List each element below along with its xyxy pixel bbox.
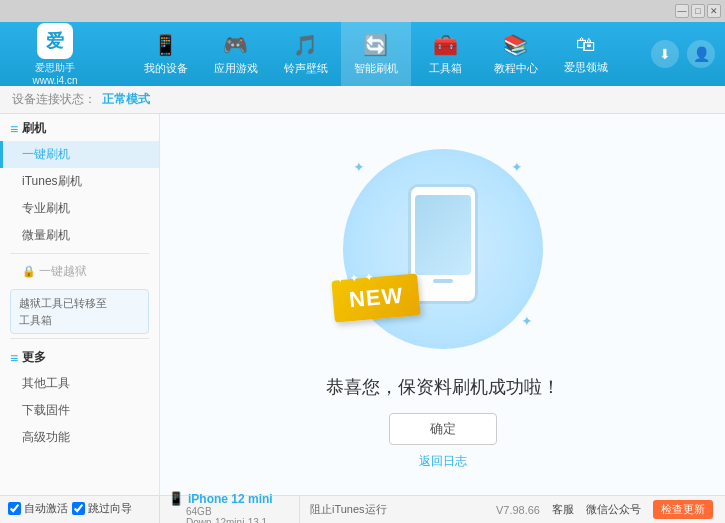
phone-home-btn bbox=[433, 279, 453, 283]
status-value: 正常模式 bbox=[102, 91, 150, 108]
shop-icon: 🛍 bbox=[576, 33, 596, 56]
sidebar-item-advanced[interactable]: 高级功能 bbox=[0, 424, 159, 451]
nav-my-device-label: 我的设备 bbox=[144, 61, 188, 76]
sidebar-info-box: 越狱工具已转移至工具箱 bbox=[10, 289, 149, 334]
bottom-bar: 自动激活 跳过向导 📱 iPhone 12 mini 64GB Down-12m… bbox=[0, 495, 725, 523]
auto-connect-checkbox-item[interactable]: 自动激活 bbox=[8, 501, 68, 516]
success-message: 恭喜您，保资料刷机成功啦！ bbox=[326, 375, 560, 399]
save-flash-label: 微量刷机 bbox=[22, 228, 70, 242]
nav-shop[interactable]: 🛍 爱思领城 bbox=[551, 22, 621, 86]
confirm-button[interactable]: 确定 bbox=[389, 413, 497, 445]
version-text: V7.98.66 bbox=[496, 504, 540, 516]
logo-line2: www.i4.cn bbox=[32, 75, 77, 86]
bottom-right-section: V7.98.66 客服 微信公众号 检查更新 bbox=[484, 500, 725, 519]
section-flash-icon: ≡ bbox=[10, 121, 18, 137]
nav-smart-flash-label: 智能刷机 bbox=[354, 61, 398, 76]
sparkle-tr: ✦ bbox=[511, 159, 523, 175]
customer-service-link[interactable]: 客服 bbox=[552, 502, 574, 517]
title-bar: — □ ✕ bbox=[0, 0, 725, 22]
close-btn[interactable]: ✕ bbox=[707, 4, 721, 18]
nav-tutorials[interactable]: 📚 教程中心 bbox=[481, 22, 551, 86]
new-badge: ✦ ✦ ✦ NEW bbox=[331, 273, 421, 322]
nav-tutorials-label: 教程中心 bbox=[494, 61, 538, 76]
bottom-device-section: 自动激活 跳过向导 bbox=[0, 496, 160, 523]
logo: 爱 爱思助手 www.i4.cn bbox=[10, 23, 100, 86]
auto-connect-label: 自动激活 bbox=[24, 501, 68, 516]
my-device-icon: 📱 bbox=[153, 33, 178, 57]
nav-smart-flash[interactable]: 🔄 智能刷机 bbox=[341, 22, 411, 86]
section-flash-label: 刷机 bbox=[22, 120, 46, 137]
smart-flash-icon: 🔄 bbox=[363, 33, 388, 57]
itunes-flash-label: iTunes刷机 bbox=[22, 174, 82, 188]
sidebar-item-other-tools[interactable]: 其他工具 bbox=[0, 370, 159, 397]
ringtones-icon: 🎵 bbox=[293, 33, 318, 57]
sidebar-section-more: ≡ 更多 bbox=[0, 343, 159, 370]
status-bar: 设备连接状态： 正常模式 bbox=[0, 86, 725, 114]
user-btn[interactable]: 👤 bbox=[687, 40, 715, 68]
other-tools-label: 其他工具 bbox=[22, 376, 70, 390]
toolbox-icon: 🧰 bbox=[433, 33, 458, 57]
header-actions: ⬇ 👤 bbox=[651, 40, 715, 68]
nav-toolbox-label: 工具箱 bbox=[429, 61, 462, 76]
content-area: ✦ ✦ ✦ ✦ ✦ ✦ NEW 恭喜您，保资料刷机成功啦！ 确定 返回日志 bbox=[160, 114, 725, 495]
sidebar-item-download-firmware[interactable]: 下载固件 bbox=[0, 397, 159, 424]
info-box-text: 越狱工具已转移至工具箱 bbox=[19, 297, 107, 326]
success-illustration: ✦ ✦ ✦ ✦ ✦ ✦ NEW bbox=[333, 139, 553, 359]
nav-toolbox[interactable]: 🧰 工具箱 bbox=[411, 22, 481, 86]
nav-ringtones[interactable]: 🎵 铃声壁纸 bbox=[271, 22, 341, 86]
advanced-label: 高级功能 bbox=[22, 430, 70, 444]
logo-line1: 爱思助手 bbox=[35, 61, 75, 75]
new-stars: ✦ ✦ ✦ bbox=[334, 271, 374, 285]
sparkle-br: ✦ bbox=[521, 313, 533, 329]
nav-apps-games[interactable]: 🎮 应用游戏 bbox=[201, 22, 271, 86]
download-btn[interactable]: ⬇ bbox=[651, 40, 679, 68]
sidebar-divider-2 bbox=[10, 338, 149, 339]
device-version: Down-12mini-13,1 bbox=[168, 517, 291, 523]
apps-games-icon: 🎮 bbox=[223, 33, 248, 57]
section-more-icon: ≡ bbox=[10, 350, 18, 366]
device-phone-icon: 📱 bbox=[168, 491, 184, 506]
sidebar-item-save-flash[interactable]: 微量刷机 bbox=[0, 222, 159, 249]
new-badge-text: NEW bbox=[347, 283, 403, 313]
device-name: iPhone 12 mini bbox=[188, 492, 273, 506]
skip-wizard-label: 跳过向导 bbox=[88, 501, 132, 516]
logo-icon: 爱 bbox=[37, 23, 73, 59]
auto-connect-checkbox[interactable] bbox=[8, 502, 21, 515]
sidebar-item-jailbreak: 🔒 一键越狱 bbox=[0, 258, 159, 285]
return-link[interactable]: 返回日志 bbox=[419, 453, 467, 470]
main-layout: ≡ 刷机 一键刷机 iTunes刷机 专业刷机 微量刷机 🔒 一键越狱 越狱工具… bbox=[0, 114, 725, 495]
sparkle-tl: ✦ bbox=[353, 159, 365, 175]
nav-ringtones-label: 铃声壁纸 bbox=[284, 61, 328, 76]
sidebar-item-pro-flash[interactable]: 专业刷机 bbox=[0, 195, 159, 222]
skip-wizard-checkbox[interactable] bbox=[72, 502, 85, 515]
sidebar: ≡ 刷机 一键刷机 iTunes刷机 专业刷机 微量刷机 🔒 一键越狱 越狱工具… bbox=[0, 114, 160, 495]
itunes-status: 阻止iTunes运行 bbox=[310, 502, 387, 517]
one-click-flash-label: 一键刷机 bbox=[22, 147, 70, 161]
nav-bar: 📱 我的设备 🎮 应用游戏 🎵 铃声壁纸 🔄 智能刷机 🧰 工具箱 📚 教程中心… bbox=[100, 22, 651, 86]
section-more-label: 更多 bbox=[22, 349, 46, 366]
sidebar-item-itunes-flash[interactable]: iTunes刷机 bbox=[0, 168, 159, 195]
lock-icon: 🔒 bbox=[22, 265, 36, 278]
sidebar-divider-1 bbox=[10, 253, 149, 254]
nav-apps-games-label: 应用游戏 bbox=[214, 61, 258, 76]
tutorials-icon: 📚 bbox=[503, 33, 528, 57]
device-storage: 64GB bbox=[168, 506, 291, 517]
circle-bg: ✦ ✦ ✦ ✦ ✦ ✦ NEW bbox=[343, 149, 543, 349]
status-label: 设备连接状态： bbox=[12, 91, 96, 108]
sidebar-item-one-click-flash[interactable]: 一键刷机 bbox=[0, 141, 159, 168]
skip-wizard-checkbox-item[interactable]: 跳过向导 bbox=[72, 501, 132, 516]
download-firmware-label: 下载固件 bbox=[22, 403, 70, 417]
nav-shop-label: 爱思领城 bbox=[564, 60, 608, 75]
nav-my-device[interactable]: 📱 我的设备 bbox=[131, 22, 201, 86]
phone-screen bbox=[415, 195, 471, 275]
pro-flash-label: 专业刷机 bbox=[22, 201, 70, 215]
minimize-btn[interactable]: — bbox=[675, 4, 689, 18]
jailbreak-label: 一键越狱 bbox=[39, 263, 87, 280]
sidebar-section-flash: ≡ 刷机 bbox=[0, 114, 159, 141]
maximize-btn[interactable]: □ bbox=[691, 4, 705, 18]
update-button[interactable]: 检查更新 bbox=[653, 500, 713, 519]
header: 爱 爱思助手 www.i4.cn 📱 我的设备 🎮 应用游戏 🎵 铃声壁纸 🔄 … bbox=[0, 22, 725, 86]
wechat-link[interactable]: 微信公众号 bbox=[586, 502, 641, 517]
